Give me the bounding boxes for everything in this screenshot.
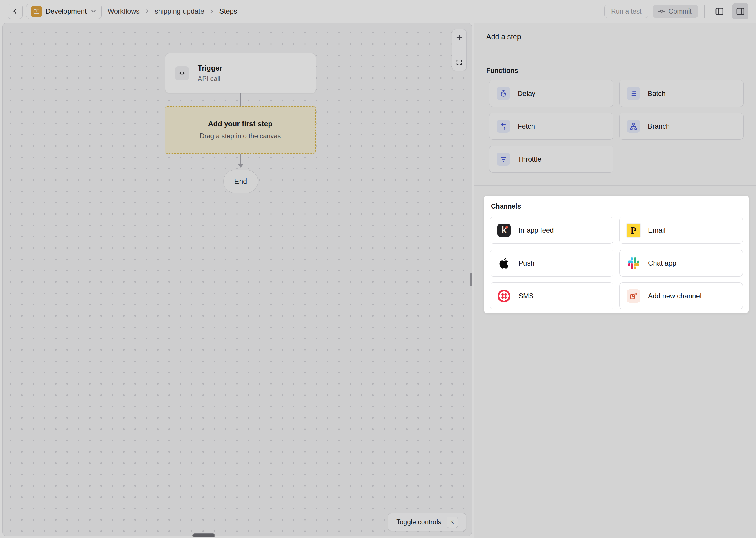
- back-button[interactable]: [8, 4, 23, 19]
- chevron-right-icon: [144, 8, 150, 14]
- top-bar-actions: Run a test Commit: [604, 3, 748, 20]
- add-new-channel-card[interactable]: Add new channel: [619, 282, 743, 309]
- channels-section-label: Channels: [491, 202, 743, 210]
- functions-grid: Delay Batch Fetch Branch Throttle: [489, 80, 743, 173]
- keyboard-shortcut-badge: K: [447, 516, 458, 528]
- dropzone-title: Add your first step: [208, 120, 272, 128]
- knock-logo-dot: [505, 226, 508, 229]
- end-label: End: [234, 177, 247, 186]
- environment-folder-icon: [31, 6, 42, 17]
- commit-button[interactable]: Commit: [653, 5, 698, 18]
- breadcrumb-workflow-name[interactable]: shipping-update: [155, 7, 204, 15]
- breadcrumb-workflows[interactable]: Workflows: [108, 7, 139, 15]
- throttle-icon: [497, 152, 510, 166]
- panel-header: Add a step: [474, 23, 756, 51]
- postmark-logo-letter: P: [631, 226, 637, 235]
- vertical-scrollbar-thumb[interactable]: [470, 273, 472, 287]
- code-icon: [175, 66, 189, 80]
- commit-label: Commit: [669, 8, 691, 15]
- canvas-zoom-controls: [452, 29, 467, 71]
- plus-icon: [455, 34, 463, 41]
- fit-view-icon: [455, 59, 463, 66]
- fit-view-button[interactable]: [453, 56, 466, 69]
- toggle-left-panel-button[interactable]: [711, 3, 728, 20]
- functions-section-label: Functions: [486, 67, 518, 75]
- stopwatch-icon: [497, 87, 510, 100]
- step-card-label: Throttle: [518, 155, 541, 163]
- branch-icon: [627, 120, 640, 133]
- panel-title: Add a step: [486, 32, 521, 41]
- step-card-label: Delay: [518, 89, 535, 98]
- zoom-in-button[interactable]: [453, 31, 466, 44]
- zoom-out-button[interactable]: [453, 44, 466, 56]
- trigger-node[interactable]: Trigger API call: [165, 53, 316, 93]
- connector-arrowhead: [238, 164, 243, 168]
- environment-selector[interactable]: Development: [26, 4, 102, 19]
- toggle-controls-label: Toggle controls: [396, 518, 441, 526]
- trigger-title: Trigger: [198, 64, 222, 72]
- chevron-down-icon: [90, 8, 97, 15]
- toggle-controls-button[interactable]: Toggle controls K: [388, 513, 466, 531]
- end-node[interactable]: End: [223, 170, 258, 193]
- slack-logo-icon: [627, 256, 640, 270]
- connector-line: [240, 93, 241, 106]
- minus-icon: [455, 46, 463, 54]
- add-step-panel: Add a step Functions Delay Batch Fetch: [474, 23, 756, 538]
- batch-list-icon: [627, 87, 640, 100]
- step-card-throttle[interactable]: Throttle: [489, 145, 613, 173]
- step-card-fetch[interactable]: Fetch: [489, 113, 613, 140]
- step-card-label: SMS: [519, 292, 534, 300]
- panel-left-icon: [715, 6, 724, 16]
- workflow-canvas[interactable]: Trigger API call Add your first step Dra…: [2, 23, 472, 536]
- toggle-right-panel-button[interactable]: [732, 3, 748, 20]
- channels-grid: k In-app feed P Email Push: [490, 217, 743, 309]
- environment-label: Development: [46, 7, 86, 15]
- step-card-in-app-feed[interactable]: k In-app feed: [490, 217, 613, 244]
- step-card-delay[interactable]: Delay: [489, 80, 613, 107]
- commit-icon: [658, 7, 666, 15]
- twilio-logo-icon: [497, 289, 511, 303]
- panel-right-icon: [735, 6, 745, 16]
- step-card-label: Email: [648, 226, 665, 235]
- apple-logo-icon: [497, 256, 511, 270]
- step-card-label: Fetch: [518, 122, 535, 131]
- trigger-node-text: Trigger API call: [198, 64, 222, 83]
- top-bar: Development Workflows shipping-update St…: [0, 0, 756, 23]
- dropzone-subtitle: Drag a step into the canvas: [200, 132, 281, 140]
- add-channel-icon: [627, 289, 640, 303]
- postmark-logo-icon: P: [627, 224, 640, 237]
- knock-logo-icon: k: [497, 224, 511, 237]
- breadcrumb-steps: Steps: [219, 7, 237, 15]
- step-card-label: Batch: [648, 89, 665, 98]
- step-card-push[interactable]: Push: [490, 249, 613, 277]
- step-card-label: Branch: [648, 122, 670, 131]
- fetch-arrows-icon: [497, 120, 510, 133]
- step-card-chat-app[interactable]: Chat app: [619, 249, 743, 277]
- chevron-right-icon: [209, 8, 214, 14]
- breadcrumb: Workflows shipping-update Steps: [108, 7, 237, 15]
- step-card-label: Add new channel: [648, 292, 701, 300]
- horizontal-scrollbar-thumb[interactable]: [193, 533, 215, 537]
- toolbar-divider: [704, 5, 705, 18]
- step-card-label: Chat app: [648, 259, 676, 267]
- step-card-label: Push: [519, 259, 535, 267]
- connector-line: [240, 154, 241, 164]
- run-a-test-label: Run a test: [611, 8, 641, 15]
- step-card-email[interactable]: P Email: [619, 217, 743, 244]
- trigger-subtitle: API call: [198, 75, 222, 83]
- panel-section-divider: [474, 185, 756, 186]
- run-a-test-button[interactable]: Run a test: [604, 5, 648, 18]
- step-card-batch[interactable]: Batch: [619, 80, 743, 107]
- step-card-sms[interactable]: SMS: [490, 282, 613, 309]
- step-card-label: In-app feed: [519, 226, 554, 235]
- step-card-branch[interactable]: Branch: [619, 113, 743, 140]
- first-step-dropzone[interactable]: Add your first step Drag a step into the…: [165, 106, 315, 154]
- chevron-left-icon: [11, 8, 19, 15]
- channels-section: Channels k In-app feed P Email Push: [484, 195, 749, 313]
